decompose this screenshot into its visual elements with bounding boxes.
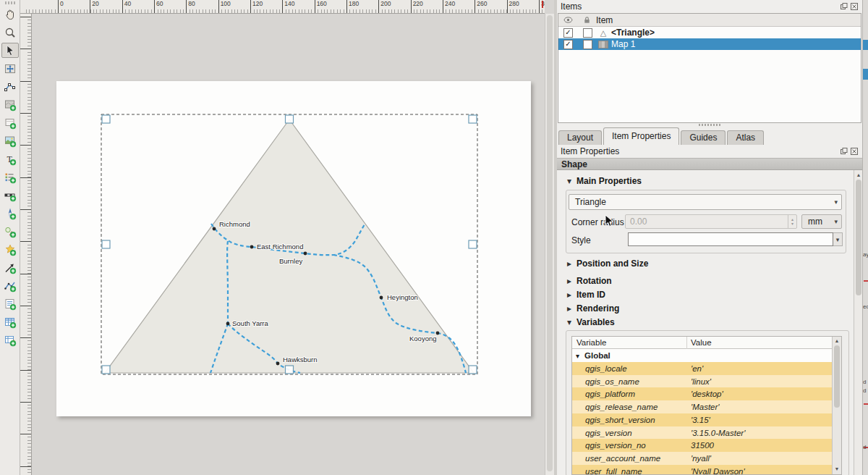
selection-handle[interactable] xyxy=(469,240,477,248)
variable-column-header[interactable]: Variable xyxy=(576,337,606,348)
column-divider[interactable] xyxy=(686,337,687,349)
add-node-item-icon[interactable] xyxy=(1,278,19,293)
selection-handle[interactable] xyxy=(102,115,110,123)
scrollbar-thumb[interactable] xyxy=(856,180,861,295)
add-scalebar-icon[interactable] xyxy=(1,188,19,203)
visibility-checkbox[interactable]: ✓ xyxy=(563,28,573,38)
style-preview-button[interactable] xyxy=(628,232,833,246)
panel-splitter-grip[interactable] xyxy=(699,124,720,126)
items-tree-row[interactable]: ✓△<Triangle> xyxy=(558,27,861,38)
tab-guides[interactable]: Guides xyxy=(681,130,726,145)
add-label-icon[interactable]: T xyxy=(1,151,19,167)
value-column-header[interactable]: Value xyxy=(691,337,712,348)
selection-handle[interactable] xyxy=(286,366,294,374)
selection-handle[interactable] xyxy=(102,240,110,248)
add-arrow-icon[interactable] xyxy=(1,260,19,275)
zoom-tool-icon[interactable] xyxy=(1,25,19,40)
visibility-checkbox[interactable]: ✓ xyxy=(563,40,573,49)
scroll-down-icon[interactable]: ▼ xyxy=(833,465,841,473)
move-item-content-icon[interactable] xyxy=(1,61,19,76)
section-item-id[interactable]: ▸Item ID xyxy=(567,290,605,300)
panel-vertical-scrollbar[interactable]: ▲ xyxy=(854,170,862,475)
lock-checkbox[interactable] xyxy=(583,40,592,49)
close-panel-icon[interactable] xyxy=(850,147,858,155)
items-tree-row[interactable]: ✓Map 1 xyxy=(558,38,861,50)
variables-table-header[interactable]: Variable Value xyxy=(572,337,833,349)
items-tree[interactable]: Item ✓△<Triangle>✓Map 1 xyxy=(558,13,861,123)
shape-type-combobox[interactable]: Triangle ▾ xyxy=(569,194,842,210)
vruler-tick-200: 200 xyxy=(20,402,32,412)
background-selection-sliver xyxy=(863,69,868,80)
background-text-fragment: d xyxy=(863,445,866,450)
style-dropdown-arrow[interactable]: ▾ xyxy=(833,232,843,246)
add-legend-icon[interactable] xyxy=(1,169,19,185)
variable-value: 'Master' xyxy=(691,400,720,413)
layout-page[interactable]: RichmondEast RichmondBurnleyHeyingtonKoo… xyxy=(56,81,531,416)
scrollbar-thumb[interactable] xyxy=(834,345,840,408)
tab-layout[interactable]: Layout xyxy=(558,130,602,145)
variable-row-user_full_name[interactable]: user_full_name'Nyall Dawson' xyxy=(572,465,833,475)
variable-row-qgis_version_no[interactable]: qgis_version_no31500 xyxy=(572,439,833,452)
expand-arrow-icon: ▸ xyxy=(567,290,576,300)
variables-header[interactable]: ▾Variables xyxy=(567,317,615,327)
section-position-and-size[interactable]: ▸Position and Size xyxy=(567,258,648,269)
variables-group-row[interactable]: ▾Global xyxy=(572,349,833,362)
canvas-vertical-scrollbar[interactable] xyxy=(545,14,554,475)
add-shape-icon[interactable] xyxy=(1,224,19,239)
collapse-arrow-icon: ▾ xyxy=(567,317,576,327)
map-icon xyxy=(597,41,609,49)
add-3d-map-icon[interactable] xyxy=(1,115,19,130)
selection-handle[interactable] xyxy=(286,115,294,123)
variable-value: 'nyall' xyxy=(691,452,711,465)
main-properties-header[interactable]: ▾Main Properties xyxy=(567,176,642,186)
tab-atlas[interactable]: Atlas xyxy=(727,130,764,145)
layout-canvas[interactable]: RichmondEast RichmondBurnleyHeyingtonKoo… xyxy=(32,14,545,475)
variables-table-scrollbar[interactable]: ▲ ▼ xyxy=(832,337,841,474)
selection-handle[interactable] xyxy=(102,366,110,374)
pan-tool-icon[interactable] xyxy=(1,7,19,22)
spinner-arrows-icon[interactable]: ▴▾ xyxy=(788,215,796,228)
float-panel-icon[interactable] xyxy=(840,2,848,10)
add-marker-icon[interactable] xyxy=(1,242,19,257)
selection-handle[interactable] xyxy=(469,115,477,123)
vruler-tick-80: 80 xyxy=(20,209,32,219)
close-panel-icon[interactable] xyxy=(850,2,858,10)
scrollbar-thumb[interactable] xyxy=(547,15,553,471)
add-picture-icon[interactable] xyxy=(1,133,19,148)
variables-table[interactable]: Variable Value ▾Global qgis_locale'en'qg… xyxy=(571,336,842,475)
edit-nodes-item-icon[interactable] xyxy=(1,79,19,94)
corner-radius-spinbox[interactable]: 0.00 ▴▾ xyxy=(625,214,797,229)
background-symbol-sliver xyxy=(864,280,868,282)
section-rendering[interactable]: ▸Rendering xyxy=(567,303,619,314)
hruler-tick-140: 140 xyxy=(282,0,294,14)
variable-row-qgis_platform[interactable]: qgis_platform'desktop' xyxy=(572,387,833,400)
variable-row-qgis_version[interactable]: qgis_version'3.15.0-Master' xyxy=(572,426,833,440)
lock-checkbox[interactable] xyxy=(583,28,592,38)
hruler-tick-20: 20 xyxy=(90,0,98,14)
unit-combobox[interactable]: mm ▾ xyxy=(801,214,842,229)
float-panel-icon[interactable] xyxy=(840,147,848,155)
add-attribute-table-icon[interactable] xyxy=(1,314,19,329)
section-rotation[interactable]: ▸Rotation xyxy=(567,276,612,286)
item-column-label: Item xyxy=(596,15,613,25)
add-fixed-table-icon[interactable] xyxy=(1,332,19,348)
hruler-tick-220: 220 xyxy=(411,0,423,14)
hruler-tick-0: 0 xyxy=(58,0,64,14)
add-north-arrow-icon[interactable] xyxy=(1,206,19,221)
toolbar-grip[interactable] xyxy=(5,1,15,4)
variable-row-qgis_short_version[interactable]: qgis_short_version'3.15' xyxy=(572,413,833,426)
variable-name: user_full_name xyxy=(585,465,642,475)
variable-row-user_account_name[interactable]: user_account_name'nyall' xyxy=(572,452,833,465)
variable-row-qgis_release_name[interactable]: qgis_release_name'Master' xyxy=(572,400,833,413)
variable-row-qgis_locale[interactable]: qgis_locale'en' xyxy=(572,362,833,375)
tab-item-properties[interactable]: Item Properties xyxy=(603,127,679,145)
vruler-tick-100: 100 xyxy=(20,241,32,251)
scroll-up-icon[interactable]: ▲ xyxy=(833,337,841,345)
scroll-up-icon[interactable]: ▲ xyxy=(854,171,862,179)
add-html-frame-icon[interactable] xyxy=(1,296,19,311)
selection-handle[interactable] xyxy=(469,366,477,374)
collapse-arrow-icon: ▾ xyxy=(567,176,576,186)
variable-row-qgis_os_name[interactable]: qgis_os_name'linux' xyxy=(572,375,833,388)
add-map-icon[interactable] xyxy=(1,97,19,112)
select-move-item-icon[interactable] xyxy=(1,43,19,58)
